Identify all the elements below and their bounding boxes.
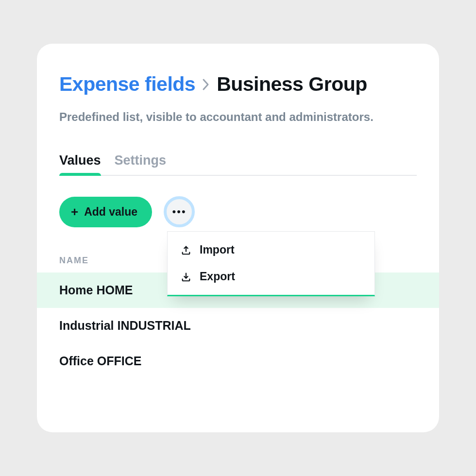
- more-actions-button[interactable]: •••: [164, 196, 195, 227]
- breadcrumb: Expense fields Business Group: [59, 73, 417, 96]
- tab-settings[interactable]: Settings: [115, 153, 167, 175]
- tab-values[interactable]: Values: [59, 153, 101, 175]
- more-actions-menu: Import Export: [167, 231, 375, 296]
- tabs: Values Settings: [59, 153, 417, 176]
- export-icon: [180, 271, 192, 283]
- table-row[interactable]: Industrial INDUSTRIAL: [37, 308, 439, 343]
- settings-card: Expense fields Business Group Predefined…: [37, 44, 439, 432]
- toolbar: + Add value ••• Import: [59, 196, 417, 227]
- card-inner: Expense fields Business Group Predefined…: [37, 73, 439, 227]
- ellipsis-icon: •••: [172, 205, 187, 218]
- chevron-right-icon: [202, 78, 210, 91]
- plus-icon: +: [71, 205, 78, 218]
- import-icon: [180, 244, 192, 256]
- breadcrumb-root-link[interactable]: Expense fields: [59, 73, 195, 96]
- menu-item-import-label: Import: [200, 243, 235, 256]
- add-value-button[interactable]: + Add value: [59, 197, 152, 227]
- menu-item-export-label: Export: [200, 270, 235, 283]
- menu-item-export[interactable]: Export: [168, 263, 374, 290]
- page-subtitle: Predefined list, visible to accountant a…: [59, 110, 417, 124]
- menu-item-import[interactable]: Import: [168, 237, 374, 263]
- add-value-label: Add value: [84, 205, 137, 219]
- table-row[interactable]: Office OFFICE: [37, 343, 439, 379]
- breadcrumb-current: Business Group: [217, 73, 367, 96]
